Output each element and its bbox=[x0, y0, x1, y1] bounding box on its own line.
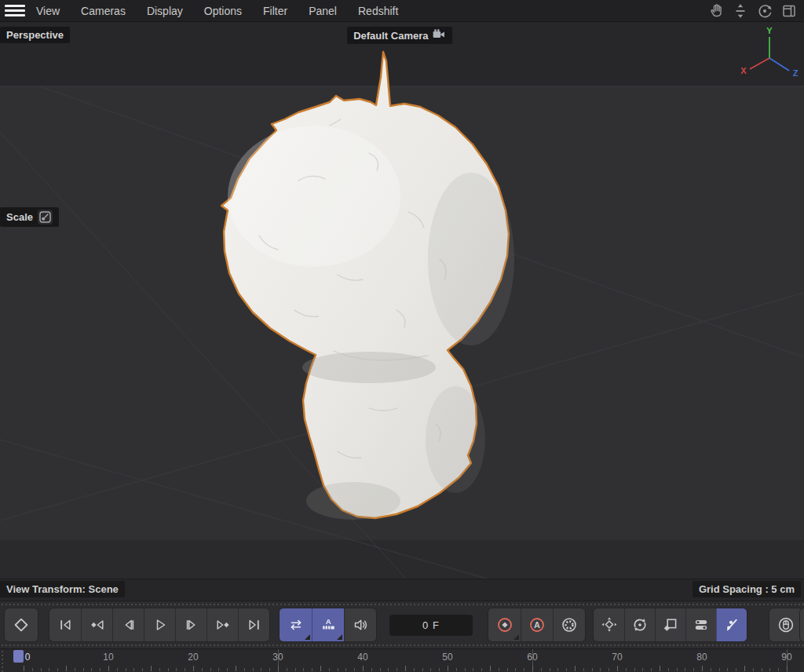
key-rotation-button[interactable] bbox=[624, 608, 655, 641]
timeline-tick bbox=[642, 668, 643, 671]
timeline-tick bbox=[133, 668, 134, 671]
previous-key-button[interactable] bbox=[81, 608, 112, 641]
record-active-objects-button[interactable] bbox=[488, 608, 521, 641]
timeline-tick bbox=[380, 668, 381, 671]
goto-start-button[interactable] bbox=[49, 608, 81, 641]
timeline-tick bbox=[354, 668, 355, 671]
timeline-tick bbox=[151, 666, 152, 671]
timeline-tick bbox=[490, 666, 491, 671]
timeline-tick bbox=[218, 668, 219, 671]
timeline-tick bbox=[329, 668, 330, 671]
timeline-tick bbox=[617, 666, 618, 671]
timeline-ruler[interactable]: 0102030405060708090 bbox=[0, 649, 804, 672]
menu-options[interactable]: Options bbox=[204, 5, 242, 17]
timeline-tick bbox=[41, 668, 42, 671]
key-scale-button[interactable] bbox=[655, 608, 685, 641]
timeline-tick bbox=[600, 668, 601, 671]
timeline-tick bbox=[371, 668, 372, 671]
next-frame-button[interactable] bbox=[175, 608, 206, 641]
autokey-icon: A bbox=[528, 616, 546, 634]
timeline-tick bbox=[507, 668, 508, 671]
timeline-tick bbox=[57, 668, 58, 671]
timeline-tick bbox=[456, 668, 457, 671]
timeline-tick bbox=[49, 668, 49, 671]
keyframe-selection-button[interactable] bbox=[769, 608, 803, 642]
timeline-tick bbox=[481, 668, 482, 671]
previous-frame-button[interactable] bbox=[112, 608, 144, 641]
active-tool-text: Scale bbox=[6, 211, 33, 223]
timeline-tick bbox=[753, 668, 754, 671]
timeline-tick bbox=[363, 666, 364, 671]
key-parameter-button[interactable] bbox=[685, 608, 716, 641]
timeline-tick bbox=[719, 668, 720, 671]
timeline-tick bbox=[193, 666, 194, 671]
keyframe-settings-button[interactable] bbox=[553, 608, 585, 641]
perspective-viewport[interactable]: Perspective Default Camera Scale Y X Z bbox=[0, 22, 804, 579]
animation-toolbar: A 0 F A bbox=[0, 601, 804, 649]
camera-selector[interactable]: Default Camera bbox=[347, 27, 452, 44]
menu-cameras[interactable]: Cameras bbox=[81, 5, 126, 17]
orbit-rotate-icon[interactable] bbox=[756, 2, 773, 20]
viewport-bottom-band bbox=[0, 540, 804, 579]
sound-button[interactable] bbox=[344, 608, 376, 641]
timeline-frame-label: 20 bbox=[188, 652, 198, 663]
key-pla-button[interactable] bbox=[716, 608, 747, 641]
toolbar-overflow-button[interactable] bbox=[799, 608, 804, 642]
timeline-tick bbox=[100, 668, 100, 671]
goto-start-icon bbox=[57, 616, 74, 634]
key-position-icon bbox=[601, 616, 618, 634]
current-frame-field[interactable]: 0 F bbox=[389, 615, 473, 636]
key-position-button[interactable] bbox=[594, 608, 624, 641]
timeline-frame-label: 40 bbox=[357, 652, 367, 663]
loop-mode-button[interactable] bbox=[280, 608, 312, 641]
menu-panel[interactable]: Panel bbox=[309, 5, 337, 17]
timeline-tick bbox=[499, 668, 499, 671]
timeline-tick bbox=[405, 666, 406, 671]
axis-x-label: X bbox=[740, 66, 747, 75]
transport-controls bbox=[49, 608, 270, 642]
axis-y-label: Y bbox=[766, 27, 773, 35]
svg-text:A: A bbox=[534, 620, 540, 630]
timeline-tick bbox=[414, 668, 415, 671]
timeline-tick bbox=[736, 668, 736, 671]
timeline-tick bbox=[24, 666, 24, 671]
menu-filter[interactable]: Filter bbox=[263, 5, 287, 17]
dolly-zoom-icon[interactable] bbox=[732, 2, 749, 20]
timeline-tick bbox=[592, 668, 593, 671]
camera-name-text: Default Camera bbox=[353, 30, 428, 42]
scene-canvas bbox=[0, 22, 804, 579]
frame-counter-text: 0 F bbox=[422, 619, 440, 631]
timeline-frame-label: 70 bbox=[612, 652, 622, 663]
autokey-mode-button[interactable]: A bbox=[312, 608, 344, 641]
view-transform-status: View Transform: Scene bbox=[0, 581, 125, 597]
timeline-tick bbox=[108, 666, 109, 671]
timeline-tick bbox=[651, 668, 652, 671]
playhead[interactable] bbox=[13, 650, 24, 663]
timeline-frame-label: 50 bbox=[442, 652, 452, 663]
record-keyframe-button[interactable] bbox=[4, 608, 38, 642]
next-key-button[interactable] bbox=[206, 608, 238, 641]
timeline-tick bbox=[338, 668, 338, 671]
timeline-tick bbox=[769, 668, 770, 671]
menu-redshift[interactable]: Redshift bbox=[358, 5, 398, 17]
active-tool-label[interactable]: Scale bbox=[0, 207, 59, 227]
menu-display[interactable]: Display bbox=[147, 5, 183, 17]
hamburger-menu-icon[interactable] bbox=[5, 5, 25, 16]
next-key-icon bbox=[214, 616, 232, 634]
autokeying-button[interactable]: A bbox=[521, 608, 553, 641]
goto-end-button[interactable] bbox=[238, 608, 269, 641]
timeline-tick bbox=[261, 668, 261, 671]
pan-hand-icon[interactable] bbox=[707, 2, 725, 20]
timeline-tick bbox=[176, 668, 177, 671]
maximize-panel-icon[interactable] bbox=[780, 2, 798, 20]
timeline-tick bbox=[312, 668, 312, 671]
timeline-frame-label: 10 bbox=[103, 652, 113, 663]
view-mode-label[interactable]: Perspective bbox=[0, 27, 70, 43]
timeline-tick bbox=[126, 668, 126, 671]
key-rotation-icon bbox=[631, 616, 649, 634]
play-button[interactable] bbox=[144, 608, 175, 641]
timeline-tick bbox=[236, 666, 236, 671]
menu-view[interactable]: View bbox=[36, 5, 60, 17]
timeline-tick bbox=[142, 668, 143, 671]
timeline-tick bbox=[168, 668, 169, 671]
